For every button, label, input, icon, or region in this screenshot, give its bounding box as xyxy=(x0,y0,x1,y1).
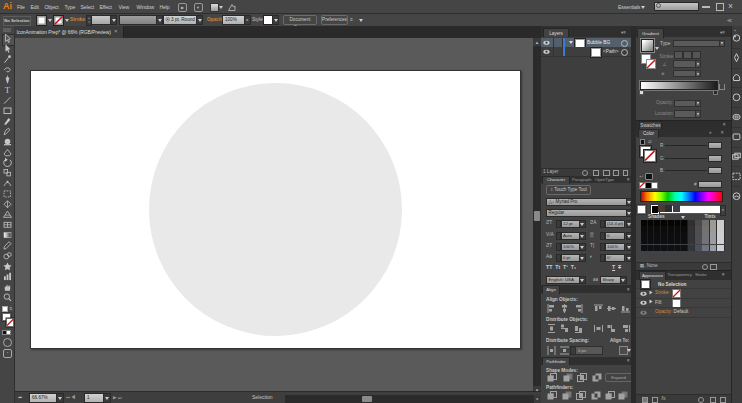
svg-text:T: T xyxy=(5,85,11,95)
